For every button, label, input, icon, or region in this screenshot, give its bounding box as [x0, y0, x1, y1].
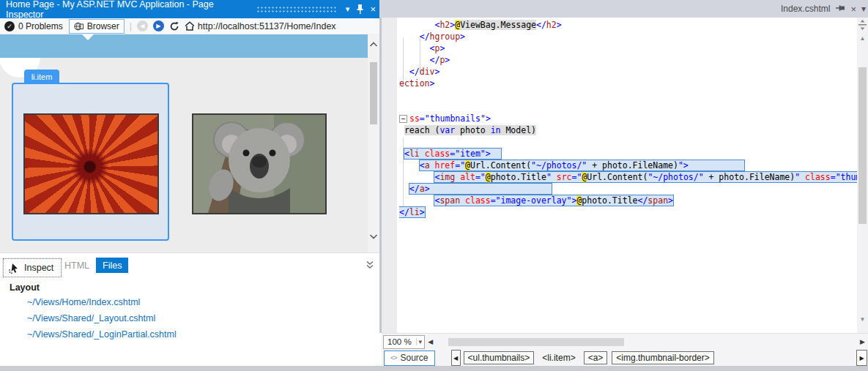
code-line: <img alt="@photo.Title" src="@Url.Conten… [399, 171, 857, 183]
document-pin-icon[interactable] [836, 5, 845, 12]
page-inspector-window: Home Page - My ASP.NET MVC Application -… [0, 0, 868, 371]
toolbar-separator: | [130, 21, 132, 31]
layout-file-link[interactable]: ~/Views/Home/Index.cshtml [27, 297, 177, 313]
browser-globe-icon [74, 22, 84, 31]
tag-path-forward-icon[interactable]: ▶ [856, 350, 867, 366]
preview-vertical-scrollbar[interactable] [368, 34, 379, 252]
splitter-grip-icon[interactable] [858, 20, 867, 30]
hscroll-right-icon[interactable]: ▶ [857, 338, 868, 345]
tool-window-title: Home Page - My ASP.NET MVC Application -… [6, 0, 246, 20]
code-line: <p> [399, 42, 857, 54]
code-line: <h2>@ViewBag.Message</h2> [399, 19, 857, 31]
scroll-down-icon[interactable]: ▼ [857, 316, 868, 323]
back-icon[interactable]: ◀ [137, 20, 148, 31]
titlebar-drag-dots [256, 6, 337, 12]
zoom-value: 100 % [387, 337, 412, 346]
tag-path-item[interactable]: <ul.thumbnails> [464, 351, 535, 364]
source-glyph-icon: <> [390, 354, 397, 361]
problems-label[interactable]: 0 Problems [18, 21, 63, 31]
code-line: </li> [399, 206, 857, 218]
editor-glyph-margin [382, 18, 397, 333]
code-line [399, 89, 857, 101]
layout-file-link[interactable]: ~/Views/Shared/_LoginPartial.cshtml [27, 329, 177, 345]
preview-scrollbar-thumb[interactable] [370, 62, 377, 124]
pin-icon[interactable] [354, 3, 366, 16]
tab-html[interactable]: HTML [64, 261, 89, 271]
refresh-icon[interactable] [169, 21, 179, 31]
window-menu-caret-icon[interactable]: ▾ [341, 3, 354, 16]
tag-path-item[interactable]: <a> [584, 351, 608, 364]
code-line: <span class="image-overlay">@photo.Title… [399, 195, 857, 206]
layout-file-link[interactable]: ~/Views/Shared/_Layout.cshtml [27, 313, 177, 329]
code-line: </div> [399, 66, 857, 78]
forward-icon[interactable]: ▶ [153, 20, 164, 31]
browser-toggle-button[interactable]: Browser [69, 19, 125, 34]
tab-inspect[interactable]: Inspect [3, 258, 62, 277]
code-line: </hgroup> [399, 31, 857, 42]
collapse-pane-chevron-icon[interactable] [365, 260, 375, 270]
editor-horizontal-scrollbar[interactable] [437, 336, 856, 348]
url-field[interactable]: http://localhost:51137/Home/Index [198, 21, 336, 31]
problems-check-icon: ✓ [4, 21, 15, 31]
editor-bottom-bar: 100 % ▾ ◀ ▶ [382, 333, 868, 350]
document-tab-strip: Index.cshtml × ▾ [379, 0, 868, 18]
code-line: </p> [399, 54, 857, 66]
code-line [399, 101, 857, 113]
tool-window-titlebar[interactable]: Home Page - My ASP.NET MVC Application -… [0, 0, 379, 18]
inspector-tabs-row: Inspect HTML Files [0, 252, 379, 277]
hscroll-thumb[interactable] [448, 338, 624, 346]
scroll-up-icon[interactable]: ▲ [857, 35, 868, 42]
document-tab[interactable]: Index.cshtml [781, 4, 830, 14]
home-icon[interactable] [185, 21, 195, 31]
inspect-cursor-icon [8, 263, 20, 274]
zoom-select[interactable]: 100 % ▾ [383, 335, 425, 349]
browser-button-label: Browser [87, 21, 119, 31]
tag-navigator-bar: <> Source ◀ <ul.thumbnails><li.item><a><… [382, 350, 868, 366]
scroll-up-icon[interactable] [369, 42, 378, 48]
layout-heading: Layout [10, 282, 40, 293]
browser-preview-pane[interactable]: li.item [0, 34, 379, 252]
editor-scrollbar-thumb[interactable] [858, 67, 867, 224]
inspector-toolbar: ✓ 0 Problems Browser | ◀ ▶ http://localh… [0, 18, 379, 34]
selection-tag-label: li.item [24, 70, 59, 83]
zoom-caret-icon: ▾ [416, 338, 425, 345]
tag-path-back-icon[interactable]: ◀ [451, 350, 461, 366]
page-header-banner [0, 34, 368, 58]
layout-file-list: ~/Views/Home/Index.cshtml~/Views/Shared/… [27, 297, 177, 345]
status-strip [0, 366, 868, 371]
code-line: </a> [399, 183, 857, 195]
tag-path: <ul.thumbnails><li.item><a><img.thumbnai… [464, 351, 714, 364]
koala-thumbnail-image[interactable] [192, 113, 327, 214]
flower-thumbnail-image[interactable] [23, 113, 159, 214]
source-button-label: Source [401, 353, 429, 363]
tab-files[interactable]: Files [96, 258, 128, 273]
code-line: −ss="thumbnails"> [399, 113, 857, 124]
code-editor[interactable]: <h2>@ViewBag.Message</h2> </hgroup> <p> … [399, 19, 857, 221]
code-line: reach (var photo in Model) [399, 124, 857, 136]
editor-vertical-scrollbar[interactable]: ▲ ▼ [857, 18, 868, 333]
close-icon[interactable]: × [367, 3, 379, 16]
tag-path-item[interactable]: <li.item> [538, 352, 579, 364]
tab-overflow-caret-icon[interactable]: ▾ [861, 4, 866, 14]
files-layout-section: Layout ~/Views/Home/Index.cshtml~/Views/… [0, 277, 379, 366]
code-line: <a href="@Url.Content("~/photos/" + phot… [399, 160, 857, 171]
code-line: <li class="item"> [399, 148, 857, 160]
hscroll-left-icon[interactable]: ◀ [425, 338, 436, 345]
tab-inspect-label: Inspect [24, 263, 53, 273]
toolbar-notch [82, 34, 94, 40]
tag-path-item[interactable]: <img.thumbnail-border> [612, 351, 713, 364]
collapse-region-icon[interactable]: − [399, 115, 407, 123]
code-line: ection> [399, 78, 857, 89]
code-line [399, 136, 857, 148]
scroll-down-icon[interactable] [369, 233, 378, 239]
source-view-button[interactable]: <> Source [384, 351, 435, 366]
document-close-icon[interactable]: × [850, 4, 856, 15]
